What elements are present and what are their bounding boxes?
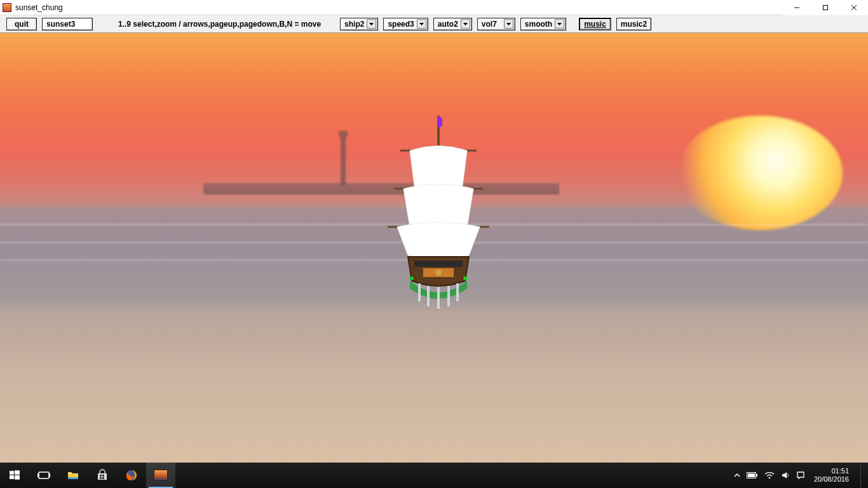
svg-point-16 [435,269,442,276]
svg-marker-8 [557,23,562,25]
smooth-dropdown-value: smooth [525,19,552,29]
system-tray: 01:51 20/08/2016 [734,463,868,488]
wifi-icon[interactable] [764,471,775,479]
svg-point-23 [410,276,414,280]
chevron-down-icon [417,19,426,29]
chevron-down-icon [461,19,470,29]
close-icon [851,4,857,11]
svg-marker-4 [369,23,374,25]
window-title: sunset_chung [15,3,63,12]
music-button[interactable]: music [579,18,611,30]
svg-rect-14 [414,261,463,267]
auto-dropdown[interactable]: auto2 [433,18,472,30]
chevron-down-icon [504,19,513,29]
sunset-chung-taskbar-button[interactable] [146,463,175,488]
svg-rect-30 [37,473,39,477]
svg-rect-28 [15,475,20,480]
svg-marker-6 [463,23,468,25]
show-desktop-button[interactable] [860,463,864,488]
minimize-icon [794,4,800,11]
firefox-button[interactable] [117,463,146,488]
clock-time: 01:51 [814,467,849,475]
titlebar-left: sunset_chung [3,3,63,12]
clock-date: 20/08/2016 [814,475,849,484]
taskbar-apps [0,463,175,488]
pier-silhouette [203,183,559,194]
svg-rect-35 [100,477,102,479]
svg-rect-29 [39,472,49,478]
controls-hint: 1..9 select,zoom / arrows,pageup,pagedow… [114,18,325,30]
svg-point-24 [463,276,467,280]
speed-dropdown-value: speed3 [388,19,414,29]
battery-icon[interactable] [747,471,758,479]
scene-label: sunset3 [42,18,93,30]
store-button[interactable] [88,463,117,488]
lighthouse-silhouette [341,135,346,186]
scene-viewport[interactable] [0,33,868,463]
music2-button[interactable]: music2 [616,18,651,30]
sun-glow [677,116,843,230]
svg-rect-1 [823,5,827,10]
taskview-icon [37,469,50,482]
close-button[interactable] [839,0,868,15]
store-icon [96,469,109,482]
speed-dropdown[interactable]: speed3 [383,18,428,30]
quit-button[interactable]: quit [6,18,37,30]
chevron-down-icon [367,19,376,29]
volume-icon[interactable] [781,471,790,480]
svg-rect-26 [15,470,20,475]
svg-rect-33 [100,475,102,477]
ship-dropdown[interactable]: ship2 [340,18,378,30]
smooth-dropdown[interactable]: smooth [520,18,566,30]
window-controls [782,0,868,15]
ship-dropdown-value: ship2 [344,19,364,29]
file-explorer-button[interactable] [58,463,88,488]
ship-sprite [388,90,489,313]
vol-dropdown[interactable]: vol7 [477,18,515,30]
app-thumbnail-icon [154,470,168,481]
windows-icon [8,469,21,482]
window-titlebar: sunset_chung [0,0,868,15]
windows-taskbar: 01:51 20/08/2016 [0,463,868,488]
svg-rect-31 [49,473,50,477]
svg-rect-32 [68,477,78,479]
action-center-icon[interactable] [796,471,805,480]
chevron-up-icon[interactable] [734,472,740,478]
maximize-icon [822,4,829,11]
svg-rect-25 [10,471,14,475]
svg-rect-39 [756,474,757,477]
svg-rect-27 [10,475,14,479]
taskview-button[interactable] [29,463,58,488]
svg-point-41 [769,477,771,479]
app-icon [3,3,11,12]
taskbar-clock[interactable]: 01:51 20/08/2016 [811,467,851,484]
folder-icon [67,469,79,482]
svg-marker-7 [506,23,511,25]
maximize-button[interactable] [811,0,839,15]
auto-dropdown-value: auto2 [438,19,458,29]
svg-rect-34 [102,475,104,477]
chevron-down-icon [555,19,564,29]
app-toolbar: quit sunset3 1..9 select,zoom / arrows,p… [0,15,868,33]
svg-marker-10 [437,116,442,128]
svg-rect-36 [102,477,104,479]
svg-rect-40 [748,473,755,477]
vol-dropdown-value: vol7 [482,19,497,29]
start-button[interactable] [0,463,29,488]
firefox-icon [125,469,138,482]
svg-marker-5 [419,23,424,25]
minimize-button[interactable] [782,0,811,15]
